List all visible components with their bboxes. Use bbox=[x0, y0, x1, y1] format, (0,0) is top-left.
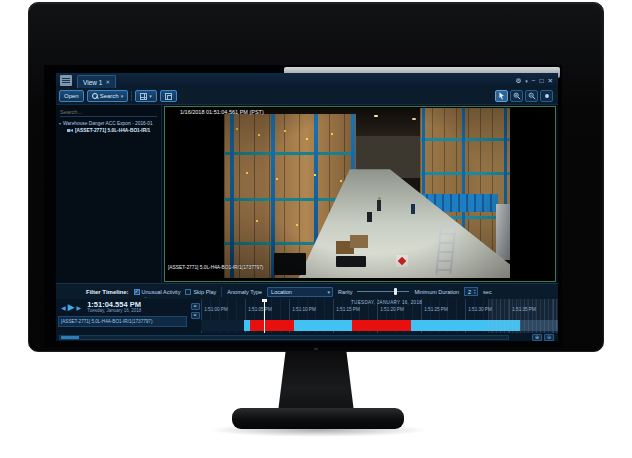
unusual-activity-label: Unusual Activity bbox=[142, 289, 181, 295]
rarity-slider[interactable] bbox=[357, 288, 409, 296]
window-restore-button[interactable]: □ bbox=[540, 77, 544, 84]
timeline-playhead[interactable] bbox=[264, 299, 265, 333]
pan-tool-button[interactable] bbox=[540, 90, 553, 102]
select-caret-icon: ▾ bbox=[328, 289, 331, 295]
minimum-duration-input[interactable] bbox=[465, 289, 474, 295]
minimum-duration-stepper[interactable]: ▴ ▾ bbox=[464, 287, 478, 296]
camera-icon bbox=[67, 128, 73, 133]
filterbar-collapse-handle[interactable]: ··· bbox=[144, 294, 146, 300]
skip-play-label: Skip Play bbox=[193, 289, 216, 295]
timeline-activity-segment-unusual-activity[interactable] bbox=[250, 320, 294, 331]
settings-caret-icon[interactable]: ▾ bbox=[525, 78, 528, 84]
layout-caret-icon: ▾ bbox=[149, 93, 152, 99]
monitor-stand-base bbox=[232, 408, 404, 429]
next-button[interactable]: ▶ bbox=[77, 304, 82, 311]
main-area: ▾ Warehouse Danger ACC Export - 2016-01 … bbox=[56, 105, 558, 283]
tree-item-camera[interactable]: [ASSET-2771] 5.0L-H4A-BO1-IR/1 bbox=[56, 127, 161, 134]
layout-grid-icon bbox=[140, 93, 147, 100]
open-button-label: Open bbox=[64, 93, 79, 99]
timeline-zoom-in-button[interactable]: ⊕ bbox=[532, 334, 542, 341]
timeline-camera-row-label[interactable]: [ASSET-2771] 5.0L-H4A-BO1-IR/1(1737797) bbox=[58, 316, 187, 327]
sidebar-search-input[interactable] bbox=[60, 108, 157, 116]
zoom-out-tool-button[interactable] bbox=[525, 90, 538, 102]
timeline-activity-segment-unusual-activity[interactable] bbox=[352, 320, 411, 331]
panel-collapse-button[interactable]: ◂▸ bbox=[191, 303, 200, 310]
rarity-label: Rarity bbox=[338, 289, 352, 295]
fullscreen-button[interactable] bbox=[160, 90, 177, 102]
monitor-logo-dot bbox=[314, 348, 318, 350]
timeline-tick-label: 1:51:15 PM bbox=[336, 307, 360, 312]
checkbox-checked-icon[interactable]: ✓ bbox=[134, 289, 140, 295]
timeline-left-panel: ◀ ▶ ▶ 1:51:04.554 PM Tuesday, January 16… bbox=[56, 299, 189, 333]
filterbar-divider bbox=[221, 287, 222, 297]
spin-down-icon[interactable]: ▾ bbox=[474, 292, 476, 294]
search-button-label: Search bbox=[100, 93, 119, 99]
tab-label: View 1 bbox=[83, 79, 102, 86]
timeline-ruler[interactable]: TUESDAY, JANUARY 16, 2018 1:51:00 PM1:51… bbox=[201, 299, 558, 333]
filter-timeline-bar: Filter Timeline: ✓ Unusual Activity Skip… bbox=[56, 283, 558, 299]
fullscreen-icon bbox=[165, 93, 172, 100]
timeline-no-data-region bbox=[488, 299, 558, 333]
previous-button[interactable]: ◀ bbox=[61, 304, 66, 311]
open-button[interactable]: Open bbox=[59, 90, 84, 102]
anomaly-type-value: Location bbox=[271, 289, 292, 295]
timeline-section: ◀ ▶ ▶ 1:51:04.554 PM Tuesday, January 16… bbox=[56, 299, 558, 333]
video-timestamp-overlay: 1/16/2018 01:51:04.561 PM (PST) bbox=[180, 109, 264, 115]
timeline-tick-label: 1:51:10 PM bbox=[292, 307, 316, 312]
timeline-scrollbar[interactable] bbox=[59, 335, 509, 340]
minimum-duration-label: Minimum Duration bbox=[414, 289, 459, 295]
tree-item-label: Warehouse Danger ACC Export - 2016-01 bbox=[63, 121, 153, 126]
cursor-icon bbox=[498, 92, 505, 100]
zoom-in-tool-button[interactable] bbox=[510, 90, 523, 102]
timeline-panel-divider: ◂▸ ◂▸ bbox=[189, 299, 201, 333]
tab-bar: View 1 ✕ ⚙ ▾ − □ ✕ bbox=[56, 73, 558, 88]
timeline-activity-segment-motion[interactable] bbox=[294, 320, 352, 331]
video-camera-label-overlay: [ASSET-2771] 5.0L-H4A-BO1-IR/1(1737797) bbox=[168, 265, 263, 270]
filter-timeline-title: Filter Timeline: bbox=[86, 289, 129, 295]
skip-play-checkbox[interactable]: Skip Play bbox=[185, 289, 216, 295]
settings-gear-icon[interactable]: ⚙ bbox=[515, 77, 521, 85]
tree-item-label: [ASSET-2771] 5.0L-H4A-BO1-IR/1 bbox=[75, 128, 150, 133]
panel-collapse-button[interactable]: ◂▸ bbox=[191, 312, 200, 319]
timeline-scrollbar-thumb[interactable] bbox=[61, 336, 79, 339]
play-button[interactable]: ▶ bbox=[68, 303, 75, 312]
anomaly-type-select[interactable]: Location ▾ bbox=[267, 287, 333, 297]
tab-view-1[interactable]: View 1 ✕ bbox=[77, 75, 116, 88]
acc-app-window: View 1 ✕ ⚙ ▾ − □ ✕ Open Search bbox=[56, 73, 558, 341]
timeline-tick-label: 1:51:00 PM bbox=[204, 307, 228, 312]
timeline-zoom-out-button[interactable]: ⊖ bbox=[544, 334, 554, 341]
rarity-slider-track bbox=[357, 291, 409, 292]
zoom-in-icon bbox=[513, 92, 521, 100]
timeline-date-header: TUESDAY, JANUARY 16, 2018 bbox=[351, 300, 422, 305]
view-layout-button[interactable]: ▾ bbox=[135, 90, 157, 102]
monitor: View 1 ✕ ⚙ ▾ − □ ✕ Open Search bbox=[28, 2, 604, 352]
timeline-tick-label: 1:51:25 PM bbox=[424, 307, 448, 312]
camera-tree-sidebar: ▾ Warehouse Danger ACC Export - 2016-01 … bbox=[56, 105, 162, 283]
minimum-duration-unit: sec bbox=[483, 289, 492, 295]
toolbar: Open Search ▾ ▾ bbox=[56, 88, 558, 105]
tree-item-export-folder[interactable]: ▾ Warehouse Danger ACC Export - 2016-01 bbox=[56, 120, 161, 127]
menu-hamburger-icon[interactable] bbox=[60, 75, 72, 86]
checkbox-unchecked-icon[interactable] bbox=[185, 289, 191, 295]
tree-expander-icon[interactable]: ▾ bbox=[59, 121, 61, 126]
anomaly-type-label: Anomaly Type bbox=[227, 289, 262, 295]
window-close-button[interactable]: ✕ bbox=[548, 77, 553, 85]
sidebar-search[interactable] bbox=[60, 108, 157, 117]
current-time-display: 1:51:04.554 PM Tuesday, January 16, 2018 bbox=[87, 301, 141, 314]
search-button[interactable]: Search ▾ bbox=[87, 90, 129, 102]
warehouse-video-frame bbox=[224, 108, 510, 278]
window-minimize-button[interactable]: − bbox=[532, 77, 536, 84]
search-icon bbox=[92, 93, 98, 99]
zoom-out-icon bbox=[528, 92, 536, 100]
playback-controls: ◀ ▶ ▶ 1:51:04.554 PM Tuesday, January 16… bbox=[56, 299, 189, 315]
select-tool-button[interactable] bbox=[495, 90, 508, 102]
screen: View 1 ✕ ⚙ ▾ − □ ✕ Open Search bbox=[44, 65, 562, 347]
tab-close-icon[interactable]: ✕ bbox=[105, 79, 110, 85]
video-panel[interactable]: 1/16/2018 01:51:04.561 PM (PST) bbox=[164, 106, 556, 282]
timeline-tick-label: 1:51:20 PM bbox=[380, 307, 404, 312]
current-date: Tuesday, January 16, 2018 bbox=[87, 309, 141, 314]
monitor-stand-neck bbox=[278, 351, 354, 412]
timeline-scrollbar-row: ⊕ ⊖ bbox=[56, 333, 558, 341]
rarity-slider-handle[interactable] bbox=[394, 288, 397, 295]
unusual-activity-checkbox[interactable]: ✓ Unusual Activity bbox=[134, 289, 181, 295]
